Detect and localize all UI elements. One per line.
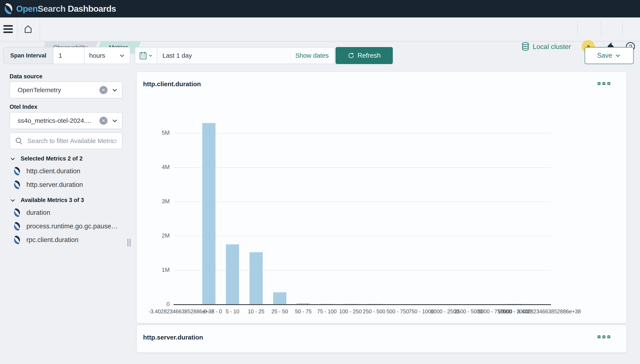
opensearch-logo-icon	[3, 3, 14, 15]
x-tick-label: 10000 - 3.4028234663852886e+38	[498, 308, 581, 314]
opensearch-metric-icon	[13, 208, 21, 217]
metric-label: rpc.client.duration	[26, 236, 78, 244]
x-axis-line	[174, 304, 551, 305]
panel-title: http.server.duration	[143, 334, 203, 341]
chart-panel-http-client-duration: http.client.duration 01M2M3M4M5M -3.4028…	[137, 72, 626, 323]
gridline	[174, 202, 551, 202]
gridline	[174, 133, 551, 134]
data-source-select[interactable]: OpenTelemetry ×	[10, 82, 122, 98]
menu-icon[interactable]	[4, 23, 13, 35]
date-picker: Last 1 day Show dates	[135, 47, 335, 64]
y-tick-label: 5M	[148, 130, 170, 136]
selected-metrics-label: Selected Metrics 2 of 2	[21, 156, 82, 162]
x-tick-label: 100 - 250	[339, 308, 362, 314]
chevron-down-icon	[615, 52, 621, 59]
metric-list-item[interactable]: process.runtime.go.gc.pause…	[13, 220, 128, 233]
span-interval-label: Span Interval	[4, 48, 54, 64]
x-tick-label: 750 - 1000	[408, 308, 434, 314]
calendar-icon	[139, 52, 147, 60]
panel-actions-icon[interactable]	[598, 336, 610, 338]
chevron-down-icon	[111, 87, 118, 94]
bar[interactable]	[226, 244, 239, 304]
metric-list-item[interactable]: duration	[13, 206, 128, 220]
quick-select-menu[interactable]	[135, 48, 157, 64]
opensearch-metric-icon	[13, 166, 21, 176]
opensearch-metric-icon	[13, 222, 21, 231]
x-tick-label: 75 - 100	[317, 308, 336, 314]
available-metrics-list: duration process.runtime.go.gc.pause… rp…	[13, 206, 128, 247]
panel-actions-icon[interactable]	[598, 82, 610, 85]
metric-label: http.server.duration	[26, 181, 83, 188]
data-source-value: OpenTelemetry	[18, 86, 100, 94]
span-unit-select[interactable]: hours	[84, 48, 130, 64]
cluster-selector[interactable]: Local cluster	[521, 35, 571, 58]
span-interval-input[interactable]	[54, 48, 84, 64]
gridline	[174, 167, 551, 168]
date-range-value[interactable]: Last 1 day	[157, 48, 295, 64]
otel-index-select[interactable]: ss4o_metrics-otel-2024.... ×	[10, 112, 122, 129]
x-tick-label: 250 - 500	[363, 308, 385, 314]
clear-icon[interactable]: ×	[100, 86, 108, 94]
metric-label: http.client.duration	[26, 167, 80, 175]
nav-bar: Observability Metrics Local cluster a ?	[0, 18, 640, 41]
chevron-down-icon	[10, 197, 16, 204]
span-unit-value: hours	[89, 52, 105, 59]
save-label: Save	[597, 52, 612, 60]
available-metrics-header[interactable]: Available Metrics 3 of 3	[10, 197, 84, 204]
x-tick-label: 10 - 25	[248, 308, 264, 314]
show-dates-link[interactable]: Show dates	[295, 48, 334, 64]
y-tick-label: 4M	[148, 164, 170, 170]
y-tick-label: 1M	[148, 267, 170, 273]
otel-index-label: Otel Index	[10, 104, 38, 110]
chevron-down-icon	[148, 53, 153, 58]
chart-panel-http-server-duration: http.server.duration	[137, 325, 626, 352]
chevron-down-icon	[111, 117, 118, 124]
refresh-icon	[348, 52, 354, 59]
chart-x-axis-labels: -3.4028234663852886e+38 - 00 - 55 - 1010…	[174, 307, 551, 316]
available-metrics-label: Available Metrics 3 of 3	[21, 197, 84, 204]
opensearch-metric-icon	[13, 180, 21, 190]
otel-index-value: ss4o_metrics-otel-2024....	[18, 117, 100, 124]
cluster-label: Local cluster	[533, 43, 571, 51]
selected-metrics-list: http.client.duration http.server.duratio…	[13, 164, 128, 192]
save-button[interactable]: Save	[585, 47, 634, 64]
metric-label: process.runtime.go.gc.pause…	[26, 222, 118, 230]
x-tick-label: 50 - 75	[295, 308, 312, 314]
x-tick-label: 25 - 50	[272, 308, 288, 314]
clear-icon[interactable]: ×	[100, 117, 108, 125]
app-root: OpenSearch Dashboards Observability Metr…	[0, 0, 640, 364]
sidebar-resize-handle[interactable]	[126, 238, 132, 247]
gridline	[174, 236, 551, 236]
search-input[interactable]	[27, 137, 117, 145]
metric-list-item[interactable]: http.server.duration	[13, 178, 128, 192]
metric-label: duration	[26, 209, 50, 216]
x-tick-label: 5 - 10	[226, 308, 239, 314]
app-title: OpenSearch Dashboards	[16, 4, 116, 14]
selected-metrics-header[interactable]: Selected Metrics 2 of 2	[10, 156, 82, 162]
x-tick-label: 0 - 5	[204, 308, 214, 314]
refresh-label: Refresh	[358, 52, 381, 60]
y-tick-label: 2M	[148, 232, 170, 239]
span-interval-group: Span Interval hours	[3, 47, 130, 64]
y-tick-label: 3M	[148, 198, 170, 205]
bar[interactable]	[250, 252, 263, 304]
bar[interactable]	[273, 292, 286, 304]
chevron-down-icon	[10, 156, 16, 162]
metric-list-item[interactable]: rpc.client.duration	[13, 233, 128, 247]
home-icon[interactable]	[21, 22, 35, 36]
metric-list-item[interactable]: http.client.duration	[13, 164, 128, 178]
opensearch-metric-icon	[13, 235, 21, 244]
bar[interactable]	[202, 123, 216, 304]
metrics-search	[10, 132, 122, 149]
panel-title: http.client.duration	[143, 80, 201, 88]
chevron-down-icon	[119, 52, 125, 59]
app-header: OpenSearch Dashboards	[0, 0, 640, 18]
search-icon	[15, 137, 23, 145]
y-tick-label: 0	[148, 301, 170, 308]
refresh-button[interactable]: Refresh	[336, 47, 393, 64]
database-icon	[521, 42, 530, 51]
data-source-label: Data source	[10, 73, 42, 80]
x-tick-label: 500 - 750	[386, 308, 409, 314]
chart-plot: 01M2M3M4M5M	[174, 122, 551, 304]
